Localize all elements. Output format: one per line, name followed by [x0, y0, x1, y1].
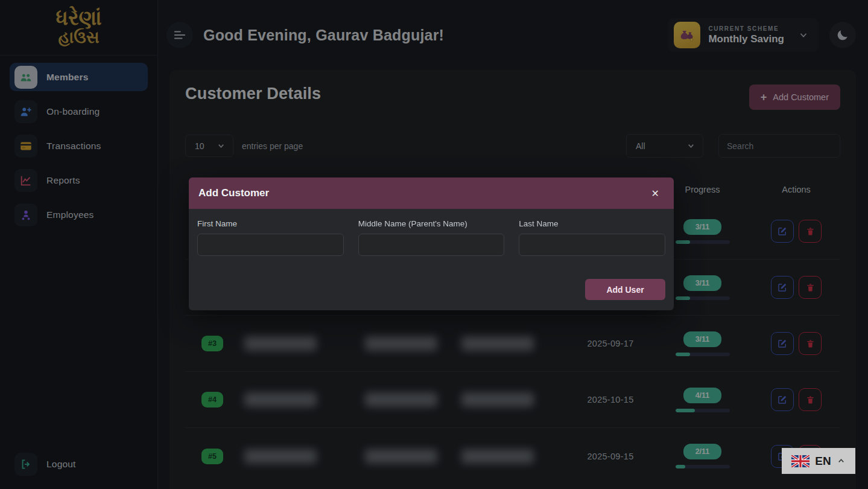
first-name-label: First Name: [197, 219, 344, 228]
modal-body: First Name Middle Name (Parent's Name) L…: [189, 209, 674, 310]
middle-name-field-group: Middle Name (Parent's Name): [358, 219, 505, 256]
modal-header: Add Customer ✕: [189, 177, 674, 209]
last-name-label: Last Name: [519, 219, 665, 228]
language-code: EN: [815, 455, 831, 468]
last-name-field-group: Last Name: [519, 219, 665, 256]
chevron-up-icon: [837, 456, 846, 465]
middle-name-input[interactable]: [358, 234, 505, 256]
modal-fields: First Name Middle Name (Parent's Name) L…: [197, 219, 665, 256]
first-name-field-group: First Name: [197, 219, 344, 256]
middle-name-label: Middle Name (Parent's Name): [358, 219, 505, 228]
last-name-input[interactable]: [519, 234, 665, 256]
add-customer-modal: Add Customer ✕ First Name Middle Name (P…: [189, 177, 674, 310]
language-selector[interactable]: EN: [782, 448, 855, 474]
modal-title: Add Customer: [198, 187, 269, 199]
uk-flag-icon: [791, 455, 809, 467]
close-icon[interactable]: ✕: [647, 185, 664, 202]
first-name-input[interactable]: [197, 234, 344, 256]
add-user-button[interactable]: Add User: [585, 279, 665, 300]
